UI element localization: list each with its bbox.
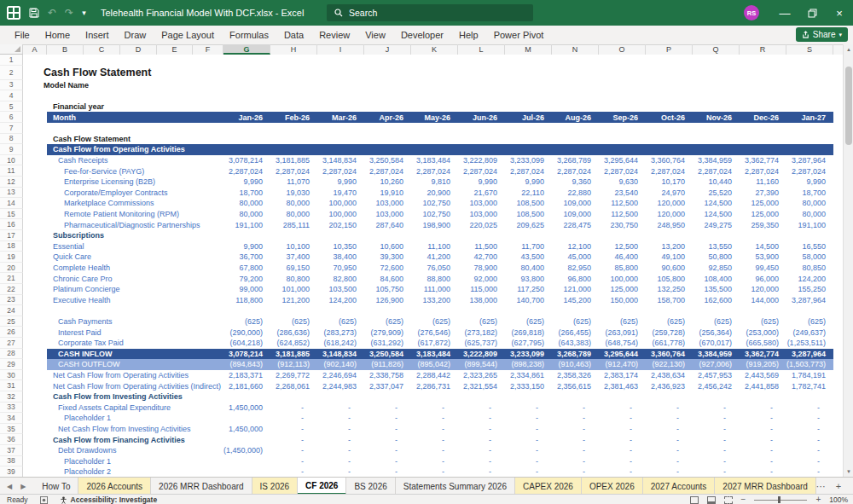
- cell[interactable]: 9,990: [317, 177, 364, 188]
- cell[interactable]: 120,000: [646, 209, 693, 220]
- cell[interactable]: 259,350: [740, 219, 786, 230]
- cell[interactable]: 108,500: [505, 198, 552, 209]
- cell[interactable]: 37,400: [270, 252, 317, 263]
- cell[interactable]: -: [786, 413, 833, 424]
- cell[interactable]: -: [740, 403, 786, 414]
- cell[interactable]: (919,205): [740, 359, 786, 370]
- cell[interactable]: Nov-26: [693, 112, 740, 123]
- next-sheet-icon[interactable]: ▶: [20, 483, 26, 490]
- cell[interactable]: -: [646, 445, 693, 456]
- cell[interactable]: 80,000: [786, 198, 833, 209]
- row-header-22[interactable]: 22: [0, 284, 23, 295]
- cell[interactable]: (290,000): [223, 327, 270, 338]
- cell[interactable]: (618,242): [317, 338, 364, 349]
- cell[interactable]: 115,000: [458, 284, 505, 295]
- ribbon-tab-help[interactable]: Help: [451, 26, 486, 44]
- ribbon-tab-formulas[interactable]: Formulas: [222, 26, 276, 44]
- cell[interactable]: 3,287,964: [786, 155, 833, 166]
- cell[interactable]: 36,700: [223, 252, 270, 263]
- cell[interactable]: 285,111: [270, 219, 317, 230]
- cell[interactable]: 2,321,554: [458, 380, 505, 391]
- cell[interactable]: 3,295,644: [599, 349, 646, 360]
- column-header-F[interactable]: F: [193, 44, 223, 55]
- vertical-scrollbar-thumb[interactable]: [845, 67, 852, 145]
- column-header-Q[interactable]: Q: [693, 44, 740, 55]
- cell[interactable]: -: [411, 445, 458, 456]
- cell[interactable]: -: [317, 456, 364, 467]
- cell[interactable]: 135,500: [693, 284, 740, 295]
- row-header-16[interactable]: 16: [0, 219, 23, 230]
- cell[interactable]: (665,580): [740, 338, 786, 349]
- cell[interactable]: 9,630: [599, 177, 646, 188]
- cell[interactable]: -: [740, 445, 786, 456]
- cell[interactable]: 2,287,024: [786, 165, 833, 177]
- cell[interactable]: Dec-26: [740, 112, 786, 123]
- cell[interactable]: 92,850: [693, 263, 740, 274]
- cell[interactable]: 158,700: [646, 295, 693, 306]
- row-label[interactable]: Remote Patient Monitoring (RPM): [64, 209, 179, 220]
- cell[interactable]: 9,990: [505, 177, 552, 188]
- cell[interactable]: (661,778): [646, 338, 693, 349]
- cell[interactable]: 2,356,615: [552, 380, 599, 391]
- row-label[interactable]: Pharmaceutical/Diagnostic Partnerships: [64, 219, 200, 230]
- cell[interactable]: (902,140): [317, 359, 364, 370]
- cell[interactable]: -: [786, 434, 833, 445]
- cell[interactable]: 3,233,099: [505, 155, 552, 166]
- cell[interactable]: 2,333,150: [505, 380, 552, 391]
- row-header-28[interactable]: 28: [0, 349, 23, 360]
- cell[interactable]: 9,900: [223, 241, 270, 252]
- cell[interactable]: -: [646, 413, 693, 424]
- sheet-tab-2027-accounts[interactable]: 2027 Accounts: [643, 478, 716, 495]
- cell[interactable]: 10,600: [364, 241, 411, 252]
- cell[interactable]: (1,450,000): [223, 445, 270, 456]
- cell[interactable]: 9,990: [786, 177, 833, 188]
- page-layout-view-icon[interactable]: [707, 496, 716, 504]
- cell[interactable]: 108,500: [505, 209, 552, 220]
- row-label[interactable]: Placeholder 1: [64, 413, 111, 424]
- cell[interactable]: 24,970: [646, 188, 693, 199]
- cell[interactable]: Apr-26: [364, 112, 411, 123]
- cell[interactable]: 69,150: [270, 263, 317, 274]
- row-label[interactable]: Cash Flow from Operating Activities: [53, 144, 185, 155]
- cell[interactable]: (625): [693, 316, 740, 327]
- cell[interactable]: 109,000: [552, 198, 599, 209]
- cell[interactable]: -: [646, 456, 693, 467]
- cell[interactable]: 2,436,923: [646, 380, 693, 391]
- excel-app-icon[interactable]: [7, 6, 20, 20]
- row-header-7[interactable]: 7: [0, 123, 23, 134]
- cell[interactable]: -: [458, 456, 505, 467]
- cell[interactable]: 103,000: [458, 198, 505, 209]
- row-label[interactable]: Financial year: [53, 101, 104, 113]
- worksheet-grid[interactable]: 1234567891011121314151617181920212223242…: [0, 55, 843, 477]
- cell[interactable]: (922,130): [646, 359, 693, 370]
- row-header-23[interactable]: 23: [0, 295, 23, 306]
- cell[interactable]: Feb-26: [270, 112, 317, 123]
- sheet-tab-how-to[interactable]: How To: [34, 478, 78, 495]
- cell[interactable]: 3,287,964: [786, 295, 833, 306]
- cell[interactable]: 45,000: [552, 252, 599, 263]
- row-label[interactable]: Corporate/Employer Contracts: [64, 188, 168, 199]
- cell[interactable]: -: [317, 424, 364, 435]
- cell[interactable]: 111,000: [411, 284, 458, 295]
- cell[interactable]: 287,640: [364, 219, 411, 230]
- cell[interactable]: -: [411, 456, 458, 467]
- cell[interactable]: 3,268,789: [552, 349, 599, 360]
- cell[interactable]: (283,273): [317, 327, 364, 338]
- cell[interactable]: 1,784,191: [786, 370, 833, 381]
- cell[interactable]: 2,246,694: [317, 370, 364, 381]
- column-header-N[interactable]: N: [552, 44, 599, 55]
- cell[interactable]: 120,000: [740, 284, 786, 295]
- cell[interactable]: -: [599, 403, 646, 414]
- cell[interactable]: 140,700: [505, 295, 552, 306]
- row-label[interactable]: Subscriptions: [53, 230, 104, 241]
- cell[interactable]: -: [317, 403, 364, 414]
- cell[interactable]: 11,160: [740, 177, 786, 188]
- cell[interactable]: Jun-26: [458, 112, 505, 123]
- row-label[interactable]: Interest Paid: [58, 327, 102, 338]
- cell[interactable]: -: [270, 424, 317, 435]
- cell[interactable]: 18,700: [223, 188, 270, 199]
- cell[interactable]: -: [552, 413, 599, 424]
- cell[interactable]: -: [505, 434, 552, 445]
- cell[interactable]: -: [599, 413, 646, 424]
- cell[interactable]: 124,500: [693, 198, 740, 209]
